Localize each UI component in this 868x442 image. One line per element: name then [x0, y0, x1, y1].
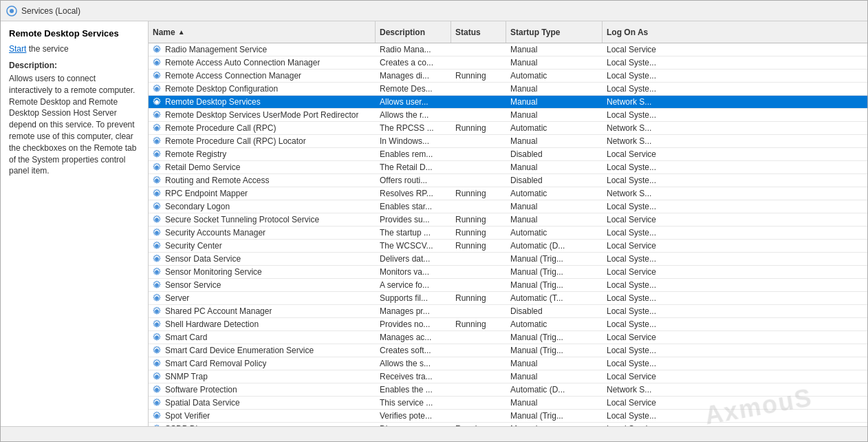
- table-row[interactable]: Software ProtectionEnables the ...Automa…: [149, 383, 867, 397]
- title-bar: Services (Local): [1, 1, 867, 21]
- service-name-cell: Radio Management Service: [149, 44, 376, 55]
- service-name: RPC Endpoint Mapper: [165, 189, 248, 198]
- service-name-cell: Shell Hardware Detection: [149, 319, 376, 330]
- table-row[interactable]: Security Accounts ManagerThe startup ...…: [149, 227, 867, 240]
- table-row[interactable]: Sensor ServiceA service fo...Manual (Tri…: [149, 279, 867, 292]
- service-gear-icon: [151, 109, 162, 120]
- service-startup: Automatic (D...: [506, 385, 603, 394]
- service-name: Secure Socket Tunneling Protocol Service: [165, 215, 319, 224]
- header-status[interactable]: Status: [451, 21, 506, 43]
- service-description: This service ...: [376, 398, 451, 408]
- header-name[interactable]: Name ▲: [149, 21, 376, 43]
- table-row[interactable]: Smart Card Removal PolicyAllows the s...…: [149, 357, 867, 370]
- service-startup: Manual: [506, 84, 603, 94]
- table-row[interactable]: ServerSupports fil...RunningAutomatic (T…: [149, 292, 867, 305]
- service-startup: Manual: [506, 215, 603, 224]
- table-row[interactable]: Remote RegistryEnables rem...DisabledLoc…: [149, 148, 867, 161]
- service-name-cell: RPC Endpoint Mapper: [149, 188, 376, 199]
- service-gear-icon: [151, 44, 162, 55]
- service-gear-icon: [151, 162, 162, 173]
- service-gear-icon: [151, 149, 162, 160]
- service-gear-icon: [151, 57, 162, 68]
- table-row[interactable]: Security CenterThe WCSCV...RunningAutoma…: [149, 240, 867, 253]
- table-row[interactable]: Shared PC Account ManagerManages pr...Di…: [149, 305, 867, 318]
- service-logon: Network S...: [603, 97, 692, 107]
- table-row[interactable]: Spot VerifierVerifies pote...Manual (Tri…: [149, 410, 867, 423]
- table-row[interactable]: Secure Socket Tunneling Protocol Service…: [149, 213, 867, 227]
- service-description: The RPCSS ...: [376, 123, 451, 133]
- service-status: Running: [451, 215, 506, 224]
- service-name-cell: Sensor Monitoring Service: [149, 266, 376, 277]
- service-startup: Manual: [506, 58, 603, 67]
- service-logon: Local Syste...: [603, 71, 692, 81]
- service-startup: Manual: [506, 202, 603, 211]
- service-logon: Local Syste...: [603, 346, 692, 355]
- start-link[interactable]: Start: [9, 44, 26, 54]
- service-startup: Manual: [506, 372, 603, 381]
- service-name: Remote Desktop Services: [165, 97, 261, 107]
- service-logon: Local Syste...: [603, 280, 692, 290]
- header-description[interactable]: Description: [376, 21, 451, 43]
- service-startup: Automatic (T...: [506, 293, 603, 303]
- table-row[interactable]: SNMP TrapReceives tra...ManualLocal Serv…: [149, 370, 867, 383]
- service-logon: Local Service: [603, 333, 692, 342]
- service-logon: Network S...: [603, 189, 692, 198]
- service-status: Running: [451, 71, 506, 81]
- service-name: Radio Management Service: [165, 45, 267, 54]
- table-body[interactable]: Radio Management ServiceRadio Mana...Man…: [149, 43, 867, 426]
- table-row[interactable]: Sensor Monitoring ServiceMonitors va...M…: [149, 266, 867, 279]
- svg-point-1: [10, 9, 14, 13]
- table-row[interactable]: Remote Procedure Call (RPC) LocatorIn Wi…: [149, 135, 867, 148]
- table-row[interactable]: Shell Hardware DetectionProvides no...Ru…: [149, 318, 867, 331]
- table-row[interactable]: Remote Desktop Services UserMode Port Re…: [149, 109, 867, 122]
- service-description: Remote Des...: [376, 84, 451, 94]
- service-description: The WCSCV...: [376, 241, 451, 251]
- service-name: Retail Demo Service: [165, 162, 240, 172]
- service-name: Secondary Logon: [165, 202, 230, 211]
- service-startup: Automatic: [506, 319, 603, 329]
- service-name: Smart Card Device Enumeration Service: [165, 346, 314, 355]
- table-row[interactable]: Remote Access Auto Connection ManagerCre…: [149, 56, 867, 70]
- service-description: Delivers dat...: [376, 254, 451, 264]
- service-gear-icon: [151, 280, 162, 291]
- table-row[interactable]: Routing and Remote AccessOffers routi...…: [149, 174, 867, 187]
- service-gear-icon: [151, 345, 162, 356]
- table-row[interactable]: Remote Desktop ServicesAllows user...Man…: [149, 96, 867, 109]
- service-status: Running: [451, 228, 506, 238]
- service-name: Software Protection: [165, 385, 237, 394]
- service-gear-icon: [151, 332, 162, 343]
- header-startup-type[interactable]: Startup Type: [506, 21, 603, 43]
- service-startup: Disabled: [506, 306, 603, 316]
- service-status: Running: [451, 241, 506, 251]
- table-row[interactable]: Smart Card Device Enumeration ServiceCre…: [149, 344, 867, 357]
- service-name-cell: Sensor Service: [149, 280, 376, 291]
- table-row[interactable]: Sensor Data ServiceDelivers dat...Manual…: [149, 253, 867, 266]
- service-description: Creates soft...: [376, 346, 451, 355]
- table-row[interactable]: Remote Desktop ConfigurationRemote Des..…: [149, 83, 867, 96]
- table-row[interactable]: Remote Procedure Call (RPC)The RPCSS ...…: [149, 122, 867, 135]
- table-row[interactable]: Spatial Data ServiceThis service ...Manu…: [149, 397, 867, 410]
- service-startup: Automatic (D...: [506, 241, 603, 251]
- service-startup: Disabled: [506, 176, 603, 185]
- service-description: Enables star...: [376, 202, 451, 211]
- service-name: Shell Hardware Detection: [165, 319, 259, 329]
- table-row[interactable]: Remote Access Connection ManagerManages …: [149, 70, 867, 83]
- table-row[interactable]: Retail Demo ServiceThe Retail D...Manual…: [149, 161, 867, 174]
- table-row[interactable]: Radio Management ServiceRadio Mana...Man…: [149, 43, 867, 56]
- table-row[interactable]: RPC Endpoint MapperResolves RP...Running…: [149, 187, 867, 200]
- service-gear-icon: [151, 201, 162, 212]
- service-startup: Manual (Trig...: [506, 254, 603, 264]
- service-logon: Local Syste...: [603, 359, 692, 368]
- service-name: Spot Verifier: [165, 411, 210, 421]
- title-icon: [6, 6, 17, 17]
- service-startup: Automatic: [506, 228, 603, 238]
- table-row[interactable]: Secondary LogonEnables star...ManualLoca…: [149, 200, 867, 213]
- service-name-cell: Spatial Data Service: [149, 397, 376, 408]
- service-status: Running: [451, 189, 506, 198]
- table-row[interactable]: Smart CardManages ac...Manual (Trig...Lo…: [149, 331, 867, 344]
- sidebar-action: Start the service: [9, 44, 140, 54]
- header-logon[interactable]: Log On As: [603, 21, 692, 43]
- service-description: Enables the ...: [376, 385, 451, 394]
- service-startup: Manual: [506, 136, 603, 146]
- service-description: Enables rem...: [376, 149, 451, 159]
